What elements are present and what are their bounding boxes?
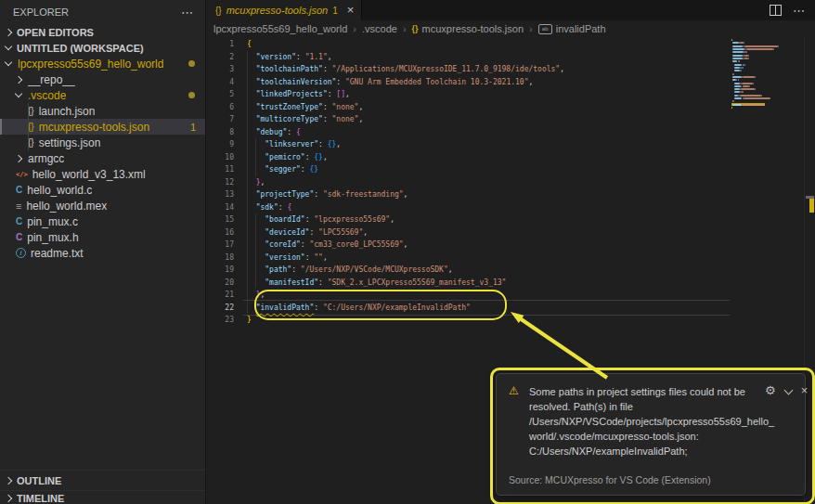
line-number: 1	[206, 38, 234, 51]
line-number: 16	[206, 226, 234, 239]
tree-item-pin-mux-c[interactable]: Cpin_mux.c	[0, 213, 205, 229]
code-line-12: 12 },	[206, 176, 564, 189]
tree-item-label: settings.json	[39, 136, 101, 149]
outline-label: OUTLINE	[17, 475, 61, 486]
tree-item-launch-json[interactable]: {}launch.json	[0, 103, 205, 119]
h-file-icon: C	[16, 232, 22, 242]
txt-file-icon: i	[16, 248, 26, 258]
notification-toast: ⚠ Some paths in project settings files c…	[496, 373, 806, 496]
explorer-more-actions-icon[interactable]: ⋯	[181, 6, 194, 19]
code-line-3: 3 "toolchainPath": "/Applications/MCUXpr…	[206, 63, 564, 76]
tree-item-readme-txt[interactable]: ireadme.txt	[0, 245, 205, 261]
explorer-header: EXPLORER ⋯	[0, 0, 205, 24]
breadcrumb-label: mcuxpresso-tools.json	[422, 23, 524, 34]
code-line-23: 23}	[206, 314, 564, 327]
tree-item-label: armgcc	[28, 152, 64, 165]
code-line-5: 5 "linkedProjects": [],	[206, 88, 564, 101]
tree-item-label: .vscode	[28, 89, 66, 102]
c-file-icon: C	[16, 185, 22, 195]
line-number: 22	[206, 302, 234, 315]
section-outline[interactable]: OUTLINE	[0, 470, 205, 491]
section-open-editors[interactable]: OPEN EDITORS	[0, 24, 205, 40]
code-line-6: 6 "trustZoneType": "none",	[206, 101, 564, 114]
chevron-down-icon	[5, 43, 12, 50]
vscode-window: EXPLORER ⋯ OPEN EDITORS UNTITLED (WORKSP…	[0, 0, 815, 504]
code-line-9: 9 "linkserver": {},	[206, 138, 564, 151]
line-number: 8	[206, 126, 234, 139]
tree-item-label: hello_world.mex	[26, 200, 107, 213]
close-icon[interactable]: ×	[801, 384, 809, 396]
c-file-icon: C	[16, 216, 22, 226]
workspace-label: UNTITLED (WORKSPACE)	[17, 43, 144, 54]
line-number: 4	[206, 76, 234, 89]
tab-problem-badge: 1	[332, 6, 338, 16]
breadcrumb-item-mcuxpresso-tools-json[interactable]: {}mcuxpresso-tools.json	[412, 23, 524, 34]
problem-count-badge: 1	[190, 122, 196, 133]
code-line-16: 16 "deviceId": "LPC55S69",	[206, 226, 564, 239]
json-file-icon: {}	[28, 137, 34, 148]
close-icon[interactable]: ×	[347, 6, 355, 15]
section-timeline[interactable]: TIMELINE	[0, 490, 205, 504]
chevron-right-icon	[15, 154, 22, 162]
tree-item-mcuxpresso-tools-json[interactable]: {}mcuxpresso-tools.json1	[0, 119, 205, 135]
tree-item-label: mcuxpresso-tools.json	[39, 121, 149, 134]
breadcrumb-item-lpcxpresso55s69-hello-world[interactable]: lpcxpresso55s69_hello_world	[213, 23, 347, 34]
breadcrumb-label: .vscode	[362, 23, 397, 34]
tab-mcuxpresso-tools-json[interactable]: {} mcuxpresso-tools.json 1 ×	[206, 0, 362, 20]
line-number: 10	[206, 151, 234, 164]
line-number: 23	[206, 314, 234, 327]
chevron-down-icon[interactable]	[783, 386, 793, 395]
warning-icon: ⚠	[509, 384, 529, 459]
tree-item-label: pin_mux.c	[27, 215, 78, 228]
tree-item-hello-world-mex[interactable]: ≡hello_world.mex	[0, 198, 205, 213]
code-line-15: 15 "boardId": "lpcxpresso55s69",	[206, 213, 564, 226]
tree-item-label: readme.txt	[31, 247, 84, 260]
more-actions-icon[interactable]: ⋯	[793, 4, 806, 18]
line-number: 5	[206, 88, 234, 101]
breadcrumb-separator-icon: ›	[353, 23, 356, 34]
line-number: 7	[206, 113, 234, 126]
code-line-19: 19 "path": "/Users/NXP/VSCode/MCUXpresso…	[206, 264, 564, 277]
code-line-1: 1{	[206, 38, 564, 51]
tree-item-hello-world-v3-13-xml[interactable]: </>hello_world_v3_13.xml	[0, 166, 205, 182]
gear-icon[interactable]: ⚙	[765, 384, 776, 397]
chevron-down-icon	[5, 58, 12, 66]
line-number: 13	[206, 188, 234, 201]
minimap[interactable]	[731, 39, 798, 113]
breadcrumb-item--vscode[interactable]: .vscode	[362, 23, 397, 34]
warning-ruler-mark	[809, 199, 814, 213]
line-number: 17	[206, 239, 234, 252]
code-line-7: 7 "multicoreType": "none",	[206, 113, 564, 126]
line-number: 21	[206, 289, 234, 302]
breadcrumb-item-invalidpath[interactable]: abinvalidPath	[538, 23, 606, 34]
chevron-right-icon	[5, 477, 12, 485]
open-editors-label: OPEN EDITORS	[17, 27, 94, 38]
breadcrumb-separator-icon: ›	[529, 23, 533, 34]
split-editor-icon[interactable]	[770, 5, 782, 16]
tree-item--repo-[interactable]: __repo__	[0, 71, 205, 87]
tree-item--vscode[interactable]: .vscode	[0, 87, 205, 103]
tree-item-lpcxpresso55s69-hello-world[interactable]: lpcxpresso55s69_hello_world	[0, 56, 205, 71]
code-editor[interactable]: 1{2 "version": "1.1",3 "toolchainPath": …	[206, 38, 564, 327]
code-line-14: 14 "sdk": {	[206, 201, 564, 214]
warning-squiggle-token: "invalidPath"	[256, 304, 315, 312]
code-line-13: 13 "projectType": "sdk-freestanding",	[206, 188, 564, 201]
tree-item-settings-json[interactable]: {}settings.json	[0, 135, 205, 150]
file-tree: lpcxpresso55s69_hello_world__repo__.vsco…	[0, 56, 205, 261]
json-file-icon: {}	[28, 106, 34, 116]
section-workspace[interactable]: UNTITLED (WORKSPACE)	[0, 40, 205, 56]
editor-actions: ⋯	[770, 0, 806, 20]
chevron-right-icon	[5, 494, 12, 501]
line-number: 2	[206, 51, 234, 64]
chevron-right-icon	[5, 28, 12, 35]
tree-item-pin-mux-h[interactable]: Cpin_mux.h	[0, 229, 205, 245]
tree-item-armgcc[interactable]: armgcc	[0, 150, 205, 166]
line-number: 18	[206, 252, 234, 265]
tab-label: mcuxpresso-tools.json	[226, 5, 328, 16]
tree-item-label: pin_mux.h	[27, 231, 78, 244]
timeline-label: TIMELINE	[17, 493, 64, 504]
explorer-title: EXPLORER	[13, 6, 69, 18]
chevron-down-icon	[15, 90, 22, 97]
tree-item-hello-world-c[interactable]: Chello_world.c	[0, 182, 205, 198]
breadcrumb: lpcxpresso55s69_hello_world›.vscode›{}mc…	[213, 20, 606, 37]
